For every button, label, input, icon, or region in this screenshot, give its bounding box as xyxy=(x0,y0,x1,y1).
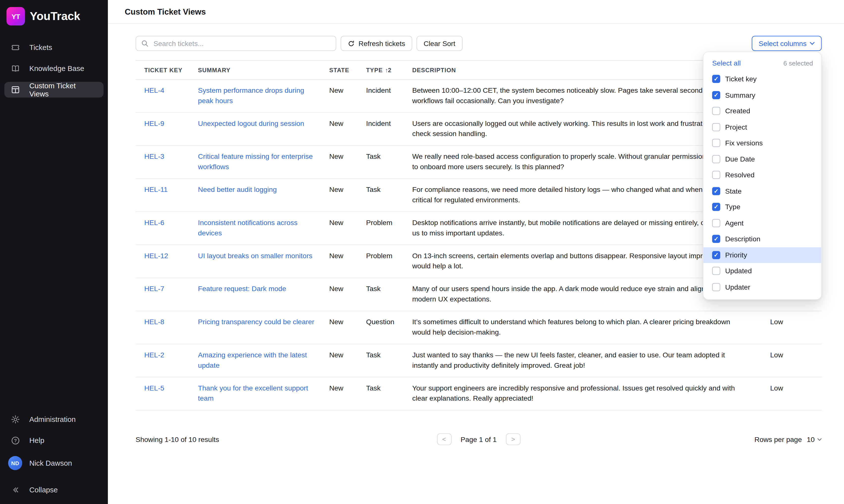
refresh-tickets-label: Refresh tickets xyxy=(358,39,405,48)
checkbox-icon[interactable] xyxy=(712,91,720,99)
rows-per-page-select[interactable]: 10 xyxy=(807,435,822,444)
column-option[interactable]: Updated xyxy=(703,263,821,279)
checkbox-icon[interactable] xyxy=(712,171,720,179)
type-cell: Task xyxy=(366,184,412,195)
column-option-label: Updated xyxy=(725,267,752,275)
user-avatar: ND xyxy=(8,456,22,470)
column-option[interactable]: Updater xyxy=(703,279,821,295)
column-header-state[interactable]: State xyxy=(329,67,366,73)
description-cell: It’s sometimes difficult to understand w… xyxy=(412,317,770,337)
checkbox-icon[interactable] xyxy=(712,283,720,291)
sidebar-item-custom-ticket-views[interactable]: Custom Ticket Views xyxy=(4,82,104,98)
ticket-summary-cell: Pricing transparency could be clearer xyxy=(198,317,329,327)
type-cell: Problem xyxy=(366,217,412,228)
ticket-key-link[interactable]: HEL-11 xyxy=(144,185,168,194)
sidebar-item-help[interactable]: ? Help xyxy=(4,433,104,449)
column-header-type[interactable]: Type ↑2 xyxy=(366,67,412,73)
app-name: YouTrack xyxy=(30,10,80,23)
column-option[interactable]: Priority xyxy=(703,247,821,263)
ticket-icon xyxy=(11,43,20,52)
sidebar-item-label: Custom Ticket Views xyxy=(29,82,97,98)
sidebar-item-knowledge-base[interactable]: Knowledge Base xyxy=(4,61,104,77)
column-header-summary[interactable]: Summary xyxy=(198,67,329,73)
youtrack-logo[interactable]: YT YouTrack xyxy=(0,0,108,40)
ticket-summary-link[interactable]: Critical feature missing for enterprise … xyxy=(198,152,313,171)
column-option[interactable]: Fix versions xyxy=(703,135,821,151)
chevron-down-icon xyxy=(817,438,822,441)
sidebar-item-user[interactable]: ND Nick Dawson xyxy=(4,454,104,472)
rows-per-page-value: 10 xyxy=(807,435,815,444)
column-option-label: Summary xyxy=(725,91,755,99)
collapse-icon xyxy=(11,485,20,494)
column-option[interactable]: Project xyxy=(703,119,821,135)
ticket-key-cell: HEL-7 xyxy=(144,284,198,294)
page-title: Custom Ticket Views xyxy=(125,7,206,16)
column-option-label: Created xyxy=(725,107,750,115)
checkbox-icon[interactable] xyxy=(712,155,720,163)
column-option[interactable]: Summary xyxy=(703,87,821,103)
sidebar-item-tickets[interactable]: Tickets xyxy=(4,40,104,55)
type-cell: Task xyxy=(366,350,412,360)
column-header-ticket-key[interactable]: Ticket key xyxy=(144,67,198,73)
checkbox-icon[interactable] xyxy=(712,107,720,115)
state-cell: New xyxy=(329,151,366,162)
column-option[interactable]: Created xyxy=(703,103,821,119)
ticket-key-link[interactable]: HEL-9 xyxy=(144,119,164,127)
search-input[interactable] xyxy=(152,39,331,48)
ticket-summary-link[interactable]: Amazing experience with the latest updat… xyxy=(198,351,307,370)
column-option[interactable]: Agent xyxy=(703,215,821,231)
ticket-summary-link[interactable]: Unexpected logout during session xyxy=(198,119,304,127)
sidebar-item-administration[interactable]: Administration xyxy=(4,412,104,427)
ticket-key-link[interactable]: HEL-3 xyxy=(144,152,164,161)
next-page-button[interactable]: > xyxy=(506,433,520,445)
ticket-summary-link[interactable]: UI layout breaks on smaller monitors xyxy=(198,252,312,260)
select-columns-button[interactable]: Select columns xyxy=(752,36,822,51)
pagination: < Page 1 of 1 > xyxy=(437,433,521,445)
ticket-key-link[interactable]: HEL-6 xyxy=(144,219,164,227)
ticket-key-link[interactable]: HEL-5 xyxy=(144,384,164,392)
youtrack-logo-icon: YT xyxy=(6,7,25,26)
state-cell: New xyxy=(329,350,366,360)
checkbox-icon[interactable] xyxy=(712,267,720,275)
ticket-key-link[interactable]: HEL-2 xyxy=(144,351,164,359)
type-cell: Problem xyxy=(366,251,412,261)
checkbox-icon[interactable] xyxy=(712,187,720,195)
column-option[interactable]: Resolved xyxy=(703,167,821,183)
clear-sort-button[interactable]: Clear Sort xyxy=(416,36,462,51)
column-option[interactable]: Ticket key xyxy=(703,71,821,87)
ticket-summary-link[interactable]: Pricing transparency could be clearer xyxy=(198,318,315,326)
ticket-key-cell: HEL-4 xyxy=(144,85,198,95)
sidebar-collapse-button[interactable]: Collapse xyxy=(4,482,104,498)
select-all-link[interactable]: Select all xyxy=(712,59,741,67)
column-option[interactable]: State xyxy=(703,183,821,199)
ticket-summary-link[interactable]: Feature request: Dark mode xyxy=(198,285,286,293)
sidebar-item-label: Tickets xyxy=(29,43,52,51)
checkbox-icon[interactable] xyxy=(712,75,720,83)
ticket-key-link[interactable]: HEL-7 xyxy=(144,285,164,293)
ticket-key-link[interactable]: HEL-12 xyxy=(144,252,168,260)
ticket-summary-link[interactable]: Need better audit logging xyxy=(198,185,277,194)
ticket-summary-link[interactable]: System performance drops during peak hou… xyxy=(198,86,304,105)
ticket-summary-link[interactable]: Inconsistent notifications across device… xyxy=(198,219,297,237)
ticket-key-link[interactable]: HEL-4 xyxy=(144,86,164,94)
main-area: Custom Ticket Views Refresh tickets Clea… xyxy=(108,0,844,504)
column-option[interactable]: Description xyxy=(703,231,821,247)
ticket-summary-link[interactable]: Thank you for the excellent support team xyxy=(198,384,308,402)
checkbox-icon[interactable] xyxy=(712,203,720,211)
description-line: Just wanted to say thanks — the new UI f… xyxy=(412,350,770,360)
checkbox-icon[interactable] xyxy=(712,219,720,227)
sidebar-item-label: Administration xyxy=(29,415,76,424)
checkbox-icon[interactable] xyxy=(712,251,720,259)
column-option-label: Fix versions xyxy=(725,139,763,147)
prev-page-button[interactable]: < xyxy=(437,433,451,445)
checkbox-icon[interactable] xyxy=(712,235,720,243)
ticket-key-link[interactable]: HEL-8 xyxy=(144,318,164,326)
checkbox-icon[interactable] xyxy=(712,139,720,147)
checkbox-icon[interactable] xyxy=(712,123,720,131)
column-option[interactable]: Type xyxy=(703,199,821,215)
custom-views-icon xyxy=(11,85,20,94)
app-root: YT YouTrack Tickets Knowledge Base Cu xyxy=(0,0,844,504)
refresh-tickets-button[interactable]: Refresh tickets xyxy=(341,36,412,51)
ticket-key-cell: HEL-11 xyxy=(144,184,198,195)
column-option[interactable]: Due Date xyxy=(703,151,821,167)
